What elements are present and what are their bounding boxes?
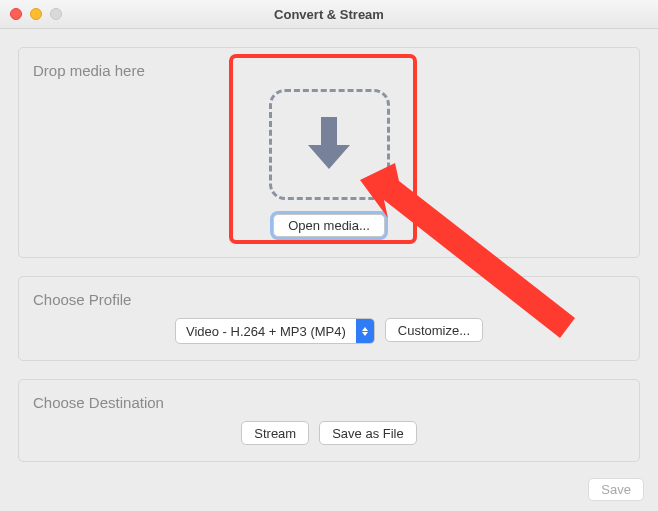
choose-profile-title: Choose Profile: [33, 291, 627, 308]
choose-destination-title: Choose Destination: [33, 394, 627, 411]
close-icon[interactable]: [10, 8, 22, 20]
stream-button[interactable]: Stream: [241, 421, 309, 445]
profile-select-value: Video - H.264 + MP3 (MP4): [176, 319, 356, 343]
content-area: Drop media here Open media... Choose Pro…: [0, 29, 658, 462]
save-as-file-button[interactable]: Save as File: [319, 421, 417, 445]
choose-profile-panel: Choose Profile Video - H.264 + MP3 (MP4)…: [18, 276, 640, 361]
download-arrow-icon: [304, 113, 354, 177]
drop-media-title: Drop media here: [33, 62, 627, 79]
zoom-icon: [50, 8, 62, 20]
drop-zone[interactable]: [269, 89, 390, 200]
titlebar: Convert & Stream: [0, 0, 658, 29]
save-button: Save: [588, 478, 644, 501]
open-media-button[interactable]: Open media...: [273, 214, 385, 237]
customize-button[interactable]: Customize...: [385, 318, 483, 342]
footer: Save: [588, 478, 644, 501]
window-title: Convert & Stream: [0, 7, 658, 22]
choose-destination-panel: Choose Destination Stream Save as File: [18, 379, 640, 462]
drop-media-panel: Drop media here Open media...: [18, 47, 640, 258]
minimize-icon[interactable]: [30, 8, 42, 20]
window-controls: [10, 8, 62, 20]
profile-select[interactable]: Video - H.264 + MP3 (MP4): [175, 318, 375, 344]
updown-icon: [356, 319, 374, 343]
